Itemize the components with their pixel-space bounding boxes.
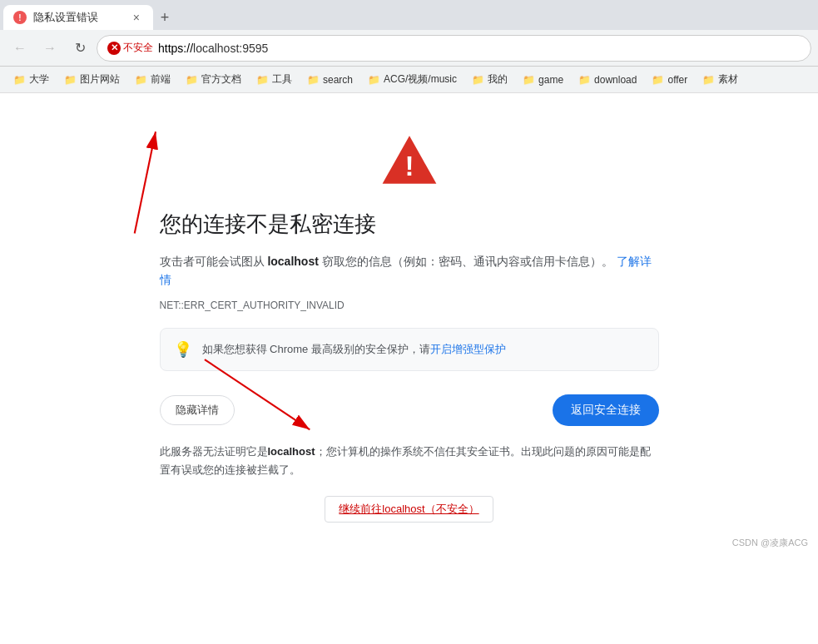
svg-text:!: ! [404, 151, 414, 181]
details-host: localhost [268, 445, 315, 458]
bookmark-images[interactable]: 📁 图片网站 [57, 70, 126, 89]
folder-icon: 📁 [307, 74, 320, 86]
forward-button[interactable]: → [37, 35, 63, 62]
refresh-button[interactable]: ↻ [67, 35, 93, 62]
error-container: ! 您的连接不是私密连接 攻击者可能会试图从 localhost 窃取您的信息（… [160, 126, 659, 523]
warning-triangle: ! [376, 126, 443, 193]
bookmark-search[interactable]: 📁 search [300, 72, 359, 88]
bookmark-material[interactable]: 📁 素材 [696, 70, 745, 89]
enhanced-protection-link[interactable]: 开启增强型保护 [430, 343, 506, 355]
bookmark-game[interactable]: 📁 game [516, 72, 570, 88]
bookmark-mine[interactable]: 📁 我的 [465, 70, 514, 89]
bookmark-label: ACG/视频/music [384, 72, 457, 87]
address-bar[interactable]: ✕ 不安全 https://localhost:9595 [97, 35, 811, 62]
bookmark-download[interactable]: 📁 download [572, 72, 643, 88]
folder-icon: 📁 [135, 74, 147, 86]
bookmark-label: 官方文档 [201, 72, 241, 87]
bookmark-label: 大学 [29, 72, 49, 87]
folder-icon: 📁 [186, 74, 198, 86]
folder-icon: 📁 [702, 74, 715, 86]
folder-icon: 📁 [13, 74, 26, 86]
forward-icon: → [43, 41, 57, 56]
folder-icon: 📁 [578, 74, 591, 86]
action-row: 隐藏详情 返回安全连接 [160, 394, 659, 426]
tab-bar: ! 隐私设置错误 × + [0, 0, 818, 30]
bookmark-label: 工具 [272, 72, 292, 87]
bookmark-offer[interactable]: 📁 offer [645, 72, 694, 88]
error-title: 您的连接不是私密连接 [160, 210, 659, 239]
url-display: https://localhost:9595 [158, 42, 268, 55]
folder-icon: 📁 [523, 74, 535, 86]
bookmark-tools[interactable]: 📁 工具 [250, 70, 299, 89]
refresh-icon: ↻ [75, 40, 86, 56]
bookmark-label: 素材 [718, 72, 738, 87]
folder-icon: 📁 [472, 74, 484, 86]
page-content: ! 您的连接不是私密连接 攻击者可能会试图从 localhost 窃取您的信息（… [0, 93, 818, 556]
bookmark-label: offer [667, 74, 687, 86]
bookmark-label: 我的 [488, 72, 508, 87]
tip-text: 如果您想获得 Chrome 最高级别的安全保护，请开启增强型保护 [202, 342, 506, 357]
url-https-part: https:// [158, 42, 193, 55]
bookmark-label: search [323, 74, 353, 86]
desc-host: localhost [267, 255, 318, 268]
bookmarks-bar: 📁 大学 📁 图片网站 📁 前端 📁 官方文档 📁 工具 📁 search 📁 … [0, 67, 818, 93]
error-description: 攻击者可能会试图从 localhost 窃取您的信息（例如：密码、通讯内容或信用… [160, 252, 659, 290]
desc-before: 攻击者可能会试图从 [160, 255, 268, 268]
tip-text-before: 如果您想获得 Chrome 最高级别的安全保护，请 [202, 343, 430, 355]
proceed-link[interactable]: 继续前往localhost（不安全） [325, 496, 493, 523]
bookmark-docs[interactable]: 📁 官方文档 [179, 70, 248, 89]
browser-chrome: ! 隐私设置错误 × + ← → ↻ ✕ 不安全 https://localho… [0, 0, 818, 93]
bookmark-label: 图片网站 [80, 72, 120, 87]
details-before: 此服务器无法证明它是 [160, 445, 268, 458]
security-text: 不安全 [123, 41, 153, 55]
hide-details-button[interactable]: 隐藏详情 [160, 395, 235, 425]
desc-after: 窃取您的信息（例如：密码、通讯内容或信用卡信息）。 [319, 255, 613, 268]
insecure-icon: ✕ [107, 42, 121, 55]
new-tab-button[interactable]: + [153, 6, 176, 29]
csdn-watermark: CSDN @凌康ACG [732, 537, 808, 549]
bookmark-label: download [594, 74, 637, 86]
folder-icon: 📁 [64, 74, 77, 86]
browser-body: ! 您的连接不是私密连接 攻击者可能会试图从 localhost 窃取您的信息（… [0, 93, 818, 556]
bookmark-acg[interactable]: 📁 ACG/视频/music [361, 70, 464, 89]
tab-close-button[interactable]: × [130, 9, 143, 26]
error-code: NET::ERR_CERT_AUTHORITY_INVALID [160, 300, 659, 311]
safe-return-button[interactable]: 返回安全连接 [553, 394, 659, 426]
bookmark-label: game [538, 74, 563, 86]
tab-title: 隐私设置错误 [33, 10, 98, 25]
bookmark-label: 前端 [151, 72, 171, 87]
bookmark-university[interactable]: 📁 大学 [7, 70, 56, 89]
folder-icon: 📁 [652, 74, 664, 86]
security-badge[interactable]: ✕ 不安全 [107, 41, 153, 55]
tab-favicon: ! [13, 11, 27, 24]
nav-bar: ← → ↻ ✕ 不安全 https://localhost:9595 [0, 30, 818, 67]
folder-icon: 📁 [368, 74, 380, 86]
back-icon: ← [13, 41, 27, 56]
url-host-part: localhost:9595 [193, 42, 268, 55]
bookmark-frontend[interactable]: 📁 前端 [128, 70, 177, 89]
details-text: 此服务器无法证明它是localhost；您计算机的操作系统不信任其安全证书。出现… [160, 443, 659, 479]
folder-icon: 📁 [256, 74, 269, 86]
lightbulb-icon: 💡 [174, 340, 192, 359]
active-tab[interactable]: ! 隐私设置错误 × [3, 5, 153, 30]
tip-box: 💡 如果您想获得 Chrome 最高级别的安全保护，请开启增强型保护 [160, 328, 659, 371]
back-button[interactable]: ← [7, 35, 33, 62]
